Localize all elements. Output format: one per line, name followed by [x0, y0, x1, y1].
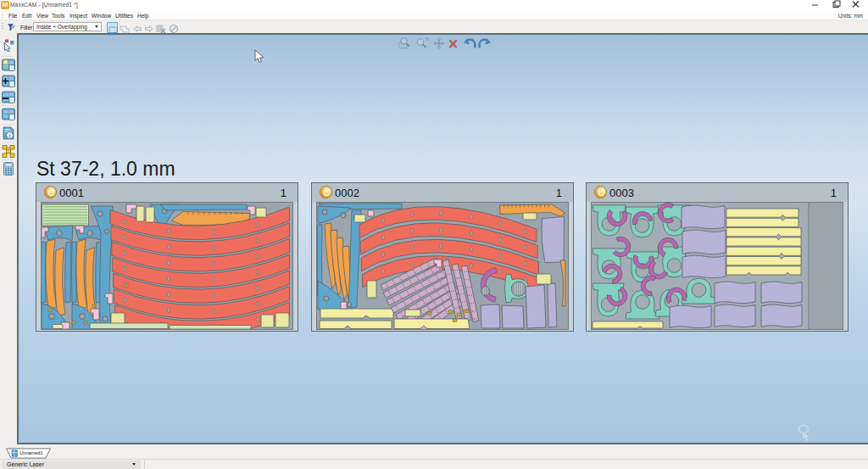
svg-text:i: i	[9, 132, 11, 138]
svg-text:Unnamed1: Unnamed1	[19, 450, 42, 455]
